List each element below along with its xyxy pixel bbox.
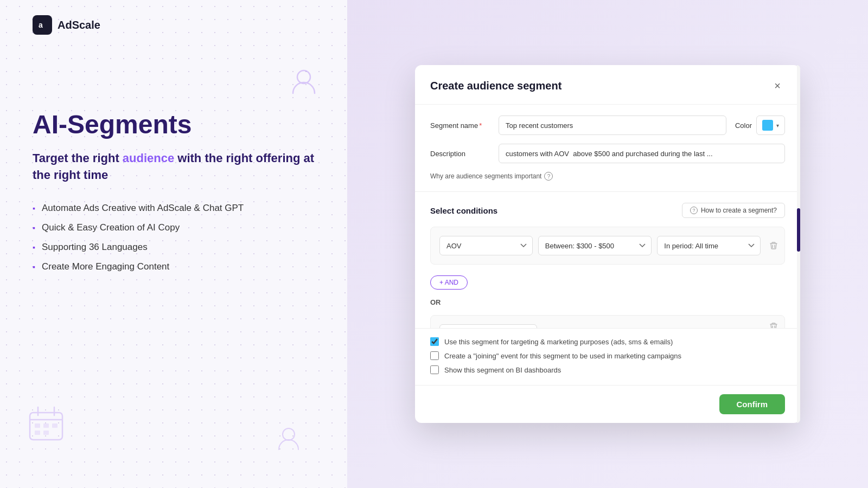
metric-select[interactable]: AOV Revenue Orders Last Order: [439, 236, 533, 255]
info-circle-icon: ?: [690, 207, 698, 214]
left-content: AI-Segments Target the right audience wi…: [33, 111, 315, 272]
range-select[interactable]: Between: $300 - $500 Greater than: $500 …: [538, 236, 652, 255]
description-input[interactable]: [499, 144, 785, 163]
deco-calendar-bottom-icon: [27, 404, 65, 445]
feature-item-4: Create More Engaging Content: [33, 261, 315, 272]
close-button[interactable]: ×: [770, 78, 785, 93]
add-and-button[interactable]: + AND: [430, 275, 468, 290]
checkbox-row-2: Create a "joining" event for this segmen…: [430, 351, 785, 360]
metric-select-2[interactable]: Select metric...: [439, 324, 537, 328]
svg-point-2: [297, 70, 310, 84]
description-label: Description: [430, 150, 490, 158]
info-icon: ?: [544, 172, 553, 181]
logo-area: a AdScale: [33, 0, 315, 35]
right-panel: Create audience segment × Segment name C…: [347, 0, 868, 488]
svg-rect-7: [35, 423, 40, 428]
color-control: Color ▾: [735, 115, 785, 135]
checkbox-row-1: Use this segment for targeting & marketi…: [430, 337, 785, 346]
sub-heading-pre: Target the right: [33, 151, 123, 165]
conditions-header: Select conditions ? How to create a segm…: [430, 203, 785, 218]
svg-rect-9: [52, 423, 58, 428]
joining-event-checkbox[interactable]: [430, 351, 439, 360]
logo-text: AdScale: [58, 19, 100, 31]
why-link[interactable]: Why are audience segments important ?: [430, 172, 785, 181]
color-label: Color: [735, 121, 752, 130]
why-link-text: Why are audience segments important: [430, 172, 541, 180]
svg-rect-8: [43, 423, 49, 428]
color-picker-button[interactable]: ▾: [756, 115, 785, 135]
or-label: OR: [430, 298, 441, 306]
feature-list: Automate Ads Creative with AdScale & Cha…: [33, 203, 315, 272]
how-to-label: How to create a segment?: [701, 207, 777, 214]
confirm-button[interactable]: Confirm: [719, 394, 786, 414]
condition-block-1: AOV Revenue Orders Last Order Between: $…: [430, 227, 785, 265]
checkboxes-section: Use this segment for targeting & marketi…: [415, 328, 800, 385]
joining-event-checkbox-label[interactable]: Create a "joining" event for this segmen…: [444, 352, 681, 360]
targeting-checkbox[interactable]: [430, 337, 439, 346]
chevron-down-icon: ▾: [776, 123, 779, 129]
checkbox-row-3: Show this segment on BI dashboards: [430, 365, 785, 374]
scroll-indicator[interactable]: [797, 65, 800, 423]
color-swatch: [762, 120, 773, 131]
sub-heading: Target the right audience with the right…: [33, 150, 315, 184]
sub-heading-highlight: audience: [123, 151, 174, 165]
logo-icon: a: [33, 15, 52, 35]
bi-dashboard-checkbox[interactable]: [430, 365, 439, 374]
feature-item-3: Supporting 36 Languages: [33, 242, 315, 253]
period-select[interactable]: In period: All time Last 30 days Last 90…: [657, 236, 761, 255]
svg-point-12: [283, 428, 295, 440]
deco-user-bottom-icon: [274, 423, 304, 455]
condition-row-1: AOV Revenue Orders Last Order Between: $…: [439, 236, 761, 255]
feature-item-1: Automate Ads Creative with AdScale & Cha…: [33, 203, 315, 214]
scroll-thumb: [797, 208, 800, 252]
feature-item-2: Quick & Easy Creation of AI Copy: [33, 222, 315, 233]
or-divider: OR: [430, 298, 785, 306]
segment-name-input[interactable]: [499, 115, 726, 135]
segment-name-row: Segment name Color ▾: [430, 115, 785, 135]
modal: Create audience segment × Segment name C…: [415, 65, 800, 423]
modal-footer: Confirm: [415, 385, 800, 423]
section-divider: [415, 191, 800, 192]
delete-condition-2-button[interactable]: [769, 322, 778, 328]
targeting-checkbox-label[interactable]: Use this segment for targeting & marketi…: [444, 338, 673, 346]
description-row: Description: [430, 144, 785, 163]
bi-dashboard-checkbox-label[interactable]: Show this segment on BI dashboards: [444, 366, 561, 374]
svg-text:a: a: [39, 21, 43, 29]
left-panel: a AdScale AI-Segments Target the right a…: [0, 0, 347, 488]
main-heading: AI-Segments: [33, 111, 315, 139]
segment-name-label: Segment name: [430, 121, 490, 130]
modal-title: Create audience segment: [430, 80, 561, 92]
deco-user-top-icon: [288, 65, 320, 100]
condition-block-2: Select metric...: [430, 315, 785, 328]
how-to-button[interactable]: ? How to create a segment?: [682, 203, 785, 218]
modal-body: Segment name Color ▾ Description Why are…: [415, 105, 800, 328]
delete-condition-1-button[interactable]: [769, 241, 778, 250]
svg-rect-10: [35, 431, 40, 435]
svg-rect-11: [43, 431, 49, 435]
modal-header: Create audience segment ×: [415, 65, 800, 105]
conditions-title: Select conditions: [430, 206, 497, 215]
